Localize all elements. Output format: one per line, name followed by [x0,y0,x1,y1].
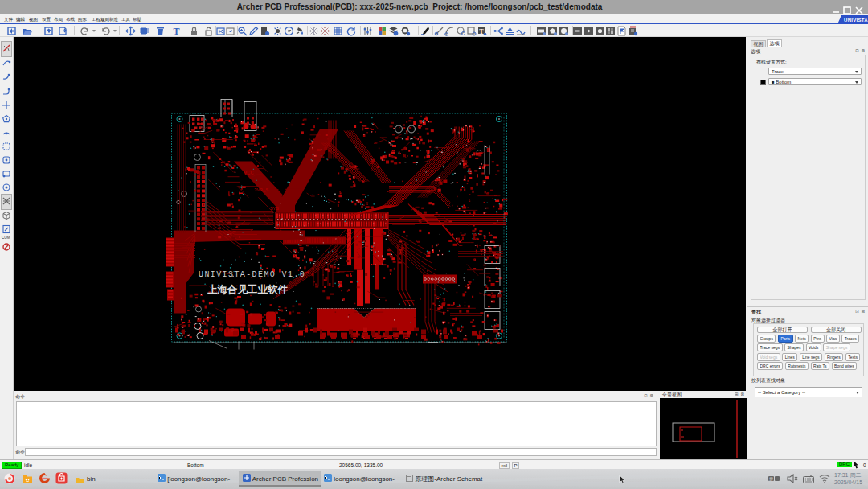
svg-text:T: T [479,28,484,35]
svg-text:拼: 拼 [769,476,773,481]
svg-text:VCC: VCC [244,170,254,176]
svg-text:UNIVISTA-DEMO_V1.0: UNIVISTA-DEMO_V1.0 [199,270,305,279]
svg-text:UNIVISTA: UNIVISTA [844,18,868,23]
svg-text:T: T [173,26,179,36]
svg-text:3V3_S: 3V3_S [254,187,268,193]
svg-text:上海合见工业软件: 上海合见工业软件 [207,284,289,295]
